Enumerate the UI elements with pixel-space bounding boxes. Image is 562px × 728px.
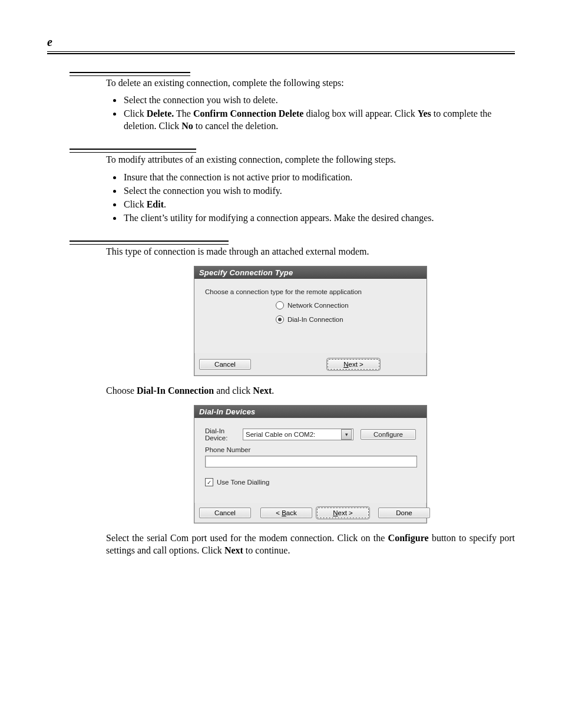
text: and click [214, 386, 253, 396]
radio-icon [276, 315, 284, 324]
strong: Edit [147, 199, 164, 209]
strong: Confirm Connection Delete [193, 108, 304, 118]
phone-number-input[interactable] [205, 456, 417, 467]
strong: Dial-In Connection [137, 386, 214, 396]
caption-2: Select the serial Com port used for the … [106, 532, 515, 556]
radio-icon [276, 301, 284, 309]
strong: Yes [418, 108, 431, 118]
list-item: Select the connection you wish to modify… [123, 185, 515, 197]
tone-dialling-label: Use Tone Dialling [217, 479, 269, 486]
strong: Next [224, 545, 243, 555]
strong: Next [253, 386, 272, 396]
radio-network-connection[interactable]: Network Connection [276, 301, 416, 309]
text: Select the serial Com port used for the … [106, 533, 388, 543]
tone-dialling-checkbox[interactable]: ✓ [205, 478, 213, 486]
list-item: Click Edit. [123, 198, 515, 210]
radio-label: Dial-In Connection [287, 316, 343, 323]
next-button[interactable]: Next > [328, 359, 379, 370]
text: Choose [106, 386, 137, 396]
strong: Delete. [147, 108, 174, 118]
text: The [174, 108, 193, 118]
next-button[interactable]: Next > [317, 508, 369, 518]
strong: No [181, 121, 193, 131]
list-item: The client’s utility for modifying a con… [123, 212, 515, 224]
mnemonic: N [343, 361, 348, 368]
text: Click [124, 108, 147, 118]
caption-1: Choose Dial-In Connection and click Next… [106, 384, 515, 397]
cancel-button[interactable]: Cancel [199, 508, 251, 518]
text: . [164, 199, 166, 209]
dialog-specify-connection-type: Specify Connection Type Choose a connect… [194, 266, 427, 376]
section1-bullets: Select the connection you wish to delete… [106, 94, 515, 132]
section2-bullets: Insure that the connection is not active… [106, 171, 515, 224]
text: to cancel the deletion. [193, 121, 278, 131]
document-page: e To delete an existing connection, comp… [0, 0, 562, 585]
phone-number-label: Phone Number [205, 446, 416, 453]
section3-intro: This type of connection is made through … [106, 245, 515, 258]
section1-intro: To delete an existing connection, comple… [106, 77, 515, 89]
text: < [276, 509, 282, 516]
list-item: Click Delete. The Confirm Connection Del… [123, 107, 515, 132]
device-label: Dial-In Device: [205, 427, 239, 442]
dialog-dial-in-devices: Dial-In Devices Dial-In Device: Serial C… [194, 405, 427, 523]
dial-in-device-select[interactable]: Serial Cable on COM2: ▾ [243, 429, 353, 440]
chevron-down-icon: ▾ [341, 429, 352, 440]
list-item: Insure that the connection is not active… [123, 171, 515, 183]
page-header-letter: e [47, 35, 515, 49]
back-button[interactable]: < Back [260, 508, 312, 518]
text: Click [124, 199, 147, 209]
dialog-title: Specify Connection Type [194, 266, 427, 279]
text: . [272, 386, 274, 396]
text: to continue. [243, 545, 290, 555]
list-item: Select the connection you wish to delete… [123, 94, 515, 106]
radio-dialin-connection[interactable]: Dial-In Connection [276, 315, 416, 324]
text: dialog box will appear. Click [303, 108, 417, 118]
cancel-button[interactable]: Cancel [199, 359, 251, 370]
text: ack [286, 509, 297, 516]
done-button[interactable]: Done [378, 508, 430, 518]
strong: Configure [388, 533, 429, 543]
section2-intro: To modify attributes of an existing conn… [106, 153, 515, 166]
dialog-instruction: Choose a connection type for the remote … [205, 288, 416, 295]
configure-button[interactable]: Configure [361, 429, 416, 440]
select-value: Serial Cable on COM2: [246, 431, 315, 438]
text: ext > [349, 361, 363, 368]
mnemonic: N [333, 509, 338, 516]
dialog-title: Dial-In Devices [194, 406, 427, 418]
text: ext > [338, 509, 353, 516]
page-top-rule [47, 51, 515, 54]
radio-label: Network Connection [287, 302, 349, 309]
mnemonic: B [282, 509, 286, 516]
